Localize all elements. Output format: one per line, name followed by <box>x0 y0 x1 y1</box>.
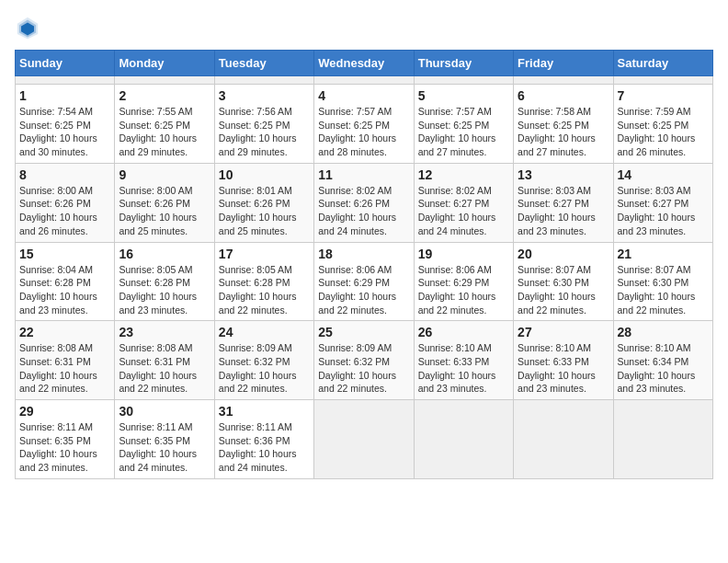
page-header <box>15 15 713 40</box>
day-info: Sunrise: 8:00 AMSunset: 6:26 PMDaylight:… <box>19 185 97 236</box>
day-number: 6 <box>518 88 609 103</box>
day-info: Sunrise: 7:59 AMSunset: 6:25 PMDaylight:… <box>618 106 696 157</box>
header-saturday: Saturday <box>613 51 712 76</box>
day-number: 24 <box>219 325 310 339</box>
week-row-1: 1 Sunrise: 7:54 AMSunset: 6:25 PMDayligh… <box>16 85 713 164</box>
day-number: 25 <box>318 325 409 339</box>
day-number: 14 <box>618 167 709 182</box>
day-cell <box>214 76 313 85</box>
day-cell <box>314 400 414 479</box>
week-row-3: 15 Sunrise: 8:04 AMSunset: 6:28 PMDaylig… <box>16 242 713 321</box>
day-cell <box>613 400 712 479</box>
day-cell <box>613 76 712 85</box>
day-info: Sunrise: 8:08 AMSunset: 6:31 PMDaylight:… <box>19 342 97 394</box>
day-cell: 10 Sunrise: 8:01 AMSunset: 6:26 PMDaylig… <box>214 163 313 242</box>
day-info: Sunrise: 8:07 AMSunset: 6:30 PMDaylight:… <box>618 264 696 316</box>
day-info: Sunrise: 7:57 AMSunset: 6:25 PMDaylight:… <box>318 106 396 157</box>
day-number: 30 <box>119 404 210 419</box>
day-cell: 23 Sunrise: 8:08 AMSunset: 6:31 PMDaylig… <box>115 321 214 400</box>
day-number: 9 <box>119 167 210 182</box>
day-cell <box>314 76 414 85</box>
day-number: 13 <box>518 167 609 182</box>
day-cell: 28 Sunrise: 8:10 AMSunset: 6:34 PMDaylig… <box>613 321 712 400</box>
day-cell: 30 Sunrise: 8:11 AMSunset: 6:35 PMDaylig… <box>115 400 214 479</box>
day-cell: 6 Sunrise: 7:58 AMSunset: 6:25 PMDayligh… <box>514 85 613 164</box>
day-cell: 16 Sunrise: 8:05 AMSunset: 6:28 PMDaylig… <box>115 242 214 321</box>
day-info: Sunrise: 7:56 AMSunset: 6:25 PMDaylight:… <box>219 106 297 157</box>
header-friday: Friday <box>514 51 613 76</box>
day-cell: 13 Sunrise: 8:03 AMSunset: 6:27 PMDaylig… <box>514 163 613 242</box>
day-number: 16 <box>119 247 210 261</box>
day-info: Sunrise: 8:11 AMSunset: 6:35 PMDaylight:… <box>19 421 97 473</box>
day-cell <box>414 76 513 85</box>
day-cell: 14 Sunrise: 8:03 AMSunset: 6:27 PMDaylig… <box>613 163 712 242</box>
calendar: SundayMondayTuesdayWednesdayThursdayFrid… <box>15 50 713 479</box>
day-number: 2 <box>119 88 210 103</box>
day-cell <box>16 76 115 85</box>
week-row-4: 22 Sunrise: 8:08 AMSunset: 6:31 PMDaylig… <box>16 321 713 400</box>
day-info: Sunrise: 8:08 AMSunset: 6:31 PMDaylight:… <box>119 342 197 394</box>
calendar-header-row: SundayMondayTuesdayWednesdayThursdayFrid… <box>16 51 713 76</box>
week-row-0 <box>16 76 713 85</box>
day-info: Sunrise: 8:06 AMSunset: 6:29 PMDaylight:… <box>418 264 496 316</box>
day-info: Sunrise: 8:10 AMSunset: 6:33 PMDaylight:… <box>518 342 596 394</box>
day-info: Sunrise: 7:58 AMSunset: 6:25 PMDaylight:… <box>518 106 596 157</box>
day-info: Sunrise: 8:10 AMSunset: 6:34 PMDaylight:… <box>618 342 696 394</box>
day-cell: 11 Sunrise: 8:02 AMSunset: 6:26 PMDaylig… <box>314 163 414 242</box>
day-info: Sunrise: 8:07 AMSunset: 6:30 PMDaylight:… <box>518 264 596 316</box>
day-info: Sunrise: 8:02 AMSunset: 6:26 PMDaylight:… <box>318 185 396 236</box>
day-number: 31 <box>219 404 310 419</box>
day-cell: 31 Sunrise: 8:11 AMSunset: 6:36 PMDaylig… <box>214 400 313 479</box>
day-number: 26 <box>418 325 509 339</box>
day-number: 4 <box>318 88 409 103</box>
day-cell: 24 Sunrise: 8:09 AMSunset: 6:32 PMDaylig… <box>214 321 313 400</box>
day-info: Sunrise: 8:09 AMSunset: 6:32 PMDaylight:… <box>318 342 396 394</box>
day-number: 12 <box>418 167 509 182</box>
day-number: 22 <box>19 325 110 339</box>
logo <box>15 15 44 40</box>
day-info: Sunrise: 8:02 AMSunset: 6:27 PMDaylight:… <box>418 185 496 236</box>
day-cell: 8 Sunrise: 8:00 AMSunset: 6:26 PMDayligh… <box>16 163 115 242</box>
day-info: Sunrise: 8:06 AMSunset: 6:29 PMDaylight:… <box>318 264 396 316</box>
day-number: 28 <box>618 325 709 339</box>
day-cell <box>414 400 513 479</box>
day-cell: 20 Sunrise: 8:07 AMSunset: 6:30 PMDaylig… <box>514 242 613 321</box>
header-monday: Monday <box>115 51 214 76</box>
week-row-5: 29 Sunrise: 8:11 AMSunset: 6:35 PMDaylig… <box>16 400 713 479</box>
day-number: 29 <box>19 404 110 419</box>
day-info: Sunrise: 7:54 AMSunset: 6:25 PMDaylight:… <box>19 106 97 157</box>
day-number: 23 <box>119 325 210 339</box>
day-info: Sunrise: 8:04 AMSunset: 6:28 PMDaylight:… <box>19 264 97 316</box>
day-cell <box>514 76 613 85</box>
day-cell: 15 Sunrise: 8:04 AMSunset: 6:28 PMDaylig… <box>16 242 115 321</box>
day-info: Sunrise: 7:57 AMSunset: 6:25 PMDaylight:… <box>418 106 496 157</box>
day-number: 17 <box>219 247 310 261</box>
day-number: 27 <box>518 325 609 339</box>
day-cell: 3 Sunrise: 7:56 AMSunset: 6:25 PMDayligh… <box>214 85 313 164</box>
header-sunday: Sunday <box>16 51 115 76</box>
day-cell: 21 Sunrise: 8:07 AMSunset: 6:30 PMDaylig… <box>613 242 712 321</box>
day-cell: 26 Sunrise: 8:10 AMSunset: 6:33 PMDaylig… <box>414 321 513 400</box>
day-cell: 12 Sunrise: 8:02 AMSunset: 6:27 PMDaylig… <box>414 163 513 242</box>
header-tuesday: Tuesday <box>214 51 313 76</box>
day-number: 3 <box>219 88 310 103</box>
day-cell: 9 Sunrise: 8:00 AMSunset: 6:26 PMDayligh… <box>115 163 214 242</box>
day-info: Sunrise: 8:03 AMSunset: 6:27 PMDaylight:… <box>618 185 696 236</box>
header-wednesday: Wednesday <box>314 51 414 76</box>
day-cell: 19 Sunrise: 8:06 AMSunset: 6:29 PMDaylig… <box>414 242 513 321</box>
day-cell: 25 Sunrise: 8:09 AMSunset: 6:32 PMDaylig… <box>314 321 414 400</box>
day-cell: 1 Sunrise: 7:54 AMSunset: 6:25 PMDayligh… <box>16 85 115 164</box>
day-info: Sunrise: 8:05 AMSunset: 6:28 PMDaylight:… <box>219 264 297 316</box>
day-cell <box>514 400 613 479</box>
day-cell: 2 Sunrise: 7:55 AMSunset: 6:25 PMDayligh… <box>115 85 214 164</box>
day-info: Sunrise: 8:00 AMSunset: 6:26 PMDaylight:… <box>119 185 197 236</box>
day-info: Sunrise: 8:01 AMSunset: 6:26 PMDaylight:… <box>219 185 297 236</box>
day-info: Sunrise: 7:55 AMSunset: 6:25 PMDaylight:… <box>119 106 197 157</box>
day-number: 5 <box>418 88 509 103</box>
day-number: 7 <box>618 88 709 103</box>
day-number: 20 <box>518 247 609 261</box>
day-number: 1 <box>19 88 110 103</box>
day-cell: 22 Sunrise: 8:08 AMSunset: 6:31 PMDaylig… <box>16 321 115 400</box>
day-cell: 7 Sunrise: 7:59 AMSunset: 6:25 PMDayligh… <box>613 85 712 164</box>
day-number: 8 <box>19 167 110 182</box>
